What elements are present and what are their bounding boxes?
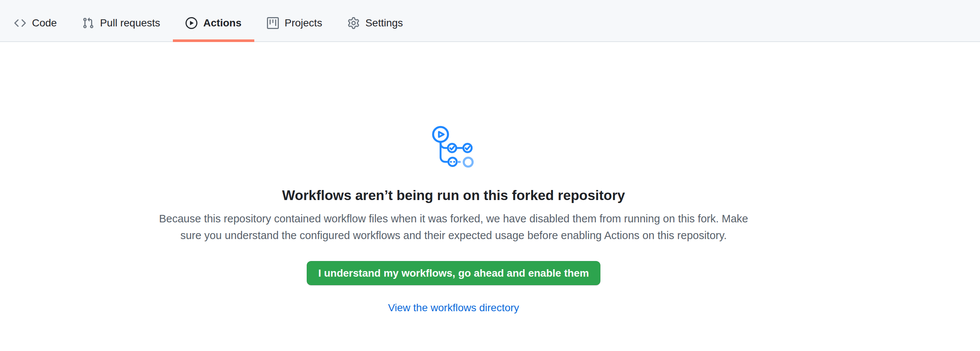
secondary-action-row: View the workflows directory xyxy=(0,300,907,316)
tab-actions[interactable]: Actions xyxy=(173,0,254,41)
code-icon xyxy=(14,17,26,29)
view-workflows-directory-link[interactable]: View the workflows directory xyxy=(388,302,519,313)
workflow-graph-icon xyxy=(432,125,476,170)
tab-settings-label: Settings xyxy=(366,18,403,28)
gear-icon xyxy=(348,17,360,29)
blankslate-description: Because this repository contained workfl… xyxy=(151,210,757,244)
project-icon xyxy=(267,17,279,29)
tab-code-label: Code xyxy=(32,18,57,28)
git-pull-request-icon xyxy=(82,17,94,29)
tab-projects[interactable]: Projects xyxy=(254,0,335,41)
repo-tab-nav: Code Pull requests Actions Projects Sett xyxy=(0,0,980,42)
tab-pull-requests-label: Pull requests xyxy=(100,18,160,28)
repo-tab-nav-items: Code Pull requests Actions Projects Sett xyxy=(0,0,980,41)
play-icon xyxy=(186,17,197,29)
tab-settings[interactable]: Settings xyxy=(335,0,416,41)
tab-pull-requests[interactable]: Pull requests xyxy=(70,0,173,41)
tab-projects-label: Projects xyxy=(285,18,322,28)
actions-disabled-page: Workflows aren’t being run on this forke… xyxy=(0,42,907,316)
primary-action-row: I understand my workflows, go ahead and … xyxy=(0,244,907,285)
blankslate: Workflows aren’t being run on this forke… xyxy=(0,42,907,316)
enable-workflows-button[interactable]: I understand my workflows, go ahead and … xyxy=(307,261,600,285)
tab-code[interactable]: Code xyxy=(2,0,70,41)
blankslate-heading: Workflows aren’t being run on this forke… xyxy=(0,186,907,205)
tab-actions-label: Actions xyxy=(204,18,242,28)
